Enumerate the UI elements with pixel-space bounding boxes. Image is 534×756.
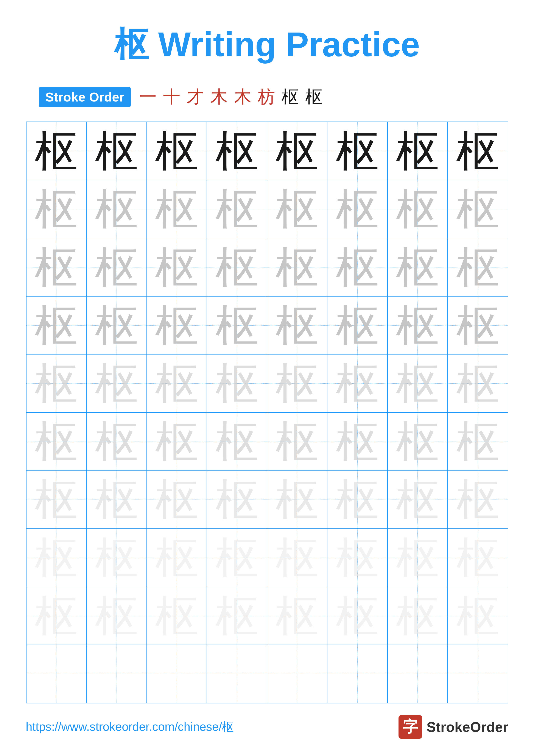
grid-cell[interactable]: 枢	[327, 413, 388, 471]
grid-cell[interactable]: 枢	[26, 587, 87, 645]
grid-cell[interactable]: 枢	[388, 180, 448, 238]
grid-cell[interactable]: 枢	[87, 296, 147, 355]
grid-cell[interactable]: 枢	[26, 238, 87, 296]
grid-cell[interactable]: 枢	[267, 354, 327, 413]
grid-cell[interactable]: 枢	[207, 122, 267, 180]
cell-char: 枢	[396, 478, 439, 521]
cell-char: 枢	[95, 536, 138, 579]
grid-cell[interactable]: 枢	[447, 587, 508, 645]
grid-cell[interactable]: 枢	[388, 413, 448, 471]
grid-cell[interactable]: 枢	[147, 238, 207, 296]
grid-cell[interactable]: 枢	[207, 528, 267, 587]
grid-cell[interactable]: 枢	[207, 471, 267, 529]
practice-grid[interactable]: 枢枢枢枢枢枢枢枢枢枢枢枢枢枢枢枢枢枢枢枢枢枢枢枢枢枢枢枢枢枢枢枢枢枢枢枢枢枢枢枢…	[26, 122, 508, 703]
grid-cell[interactable]: 枢	[447, 180, 508, 238]
grid-cell[interactable]: 枢	[26, 296, 87, 355]
cell-char: 枢	[275, 478, 318, 521]
cell-char: 枢	[95, 129, 138, 173]
grid-cell[interactable]: 枢	[388, 122, 448, 180]
grid-cell[interactable]: 枢	[267, 180, 327, 238]
grid-cell[interactable]	[327, 645, 388, 703]
grid-cell[interactable]: 枢	[147, 471, 207, 529]
grid-cell[interactable]: 枢	[388, 354, 448, 413]
stroke-2: 十	[163, 85, 180, 109]
grid-cell[interactable]	[267, 645, 327, 703]
grid-cell[interactable]: 枢	[327, 587, 388, 645]
grid-cell[interactable]: 枢	[26, 122, 87, 180]
grid-cell[interactable]: 枢	[26, 528, 87, 587]
grid-cell[interactable]: 枢	[327, 122, 388, 180]
grid-cell[interactable]: 枢	[267, 122, 327, 180]
grid-cell[interactable]: 枢	[447, 413, 508, 471]
cell-char: 枢	[216, 304, 259, 347]
cell-char: 枢	[396, 420, 439, 463]
grid-cell[interactable]: 枢	[447, 528, 508, 587]
grid-cell[interactable]: 枢	[388, 528, 448, 587]
footer: https://www.strokeorder.com/chinese/枢 字 …	[26, 706, 508, 739]
grid-cell[interactable]: 枢	[388, 296, 448, 355]
grid-cell[interactable]: 枢	[87, 180, 147, 238]
grid-cell[interactable]: 枢	[207, 354, 267, 413]
grid-cell[interactable]: 枢	[207, 413, 267, 471]
grid-cell[interactable]: 枢	[327, 180, 388, 238]
grid-cell[interactable]	[87, 645, 147, 703]
grid-cell[interactable]: 枢	[267, 413, 327, 471]
cell-char: 枢	[396, 129, 439, 173]
cell-char: 枢	[35, 246, 78, 289]
grid-cell[interactable]: 枢	[327, 354, 388, 413]
grid-cell[interactable]: 枢	[267, 238, 327, 296]
grid-cell[interactable]: 枢	[207, 296, 267, 355]
grid-cell[interactable]: 枢	[87, 122, 147, 180]
grid-cell[interactable]	[207, 645, 267, 703]
grid-cell[interactable]: 枢	[26, 471, 87, 529]
grid-cell[interactable]: 枢	[267, 296, 327, 355]
grid-cell[interactable]: 枢	[267, 528, 327, 587]
grid-cell[interactable]	[388, 645, 448, 703]
grid-cell[interactable]: 枢	[26, 180, 87, 238]
grid-cell[interactable]: 枢	[87, 471, 147, 529]
footer-url[interactable]: https://www.strokeorder.com/chinese/枢	[26, 719, 234, 735]
cell-char: 枢	[456, 536, 499, 579]
grid-cell[interactable]: 枢	[87, 528, 147, 587]
grid-cell[interactable]: 枢	[87, 354, 147, 413]
cell-char: 枢	[396, 594, 439, 637]
cell-char: 枢	[336, 420, 379, 463]
grid-cell[interactable]: 枢	[147, 122, 207, 180]
grid-cell[interactable]: 枢	[447, 122, 508, 180]
cell-char: 枢	[275, 594, 318, 637]
grid-cell[interactable]: 枢	[388, 587, 448, 645]
grid-cell[interactable]	[147, 645, 207, 703]
grid-cell[interactable]: 枢	[447, 238, 508, 296]
grid-cell[interactable]: 枢	[147, 528, 207, 587]
grid-cell[interactable]	[26, 645, 87, 703]
grid-cell[interactable]: 枢	[267, 587, 327, 645]
grid-cell[interactable]: 枢	[447, 471, 508, 529]
grid-cell[interactable]: 枢	[207, 587, 267, 645]
grid-cell[interactable]: 枢	[207, 180, 267, 238]
grid-cell[interactable]: 枢	[388, 471, 448, 529]
grid-cell[interactable]: 枢	[327, 528, 388, 587]
cell-char: 枢	[275, 187, 318, 230]
grid-cell[interactable]: 枢	[327, 238, 388, 296]
grid-cell[interactable]: 枢	[26, 354, 87, 413]
grid-cell[interactable]: 枢	[87, 587, 147, 645]
grid-cell[interactable]: 枢	[327, 296, 388, 355]
grid-cell[interactable]: 枢	[447, 296, 508, 355]
grid-cell[interactable]	[447, 645, 508, 703]
grid-cell[interactable]: 枢	[388, 238, 448, 296]
cell-char: 枢	[275, 420, 318, 463]
grid-cell[interactable]: 枢	[87, 413, 147, 471]
grid-cell[interactable]: 枢	[267, 471, 327, 529]
grid-cell[interactable]: 枢	[147, 354, 207, 413]
grid-cell[interactable]: 枢	[147, 587, 207, 645]
grid-cell[interactable]: 枢	[147, 413, 207, 471]
grid-cell[interactable]: 枢	[207, 238, 267, 296]
grid-cell[interactable]: 枢	[147, 180, 207, 238]
grid-cell[interactable]: 枢	[147, 296, 207, 355]
grid-cell[interactable]: 枢	[327, 471, 388, 529]
cell-char: 枢	[216, 129, 259, 173]
grid-cell[interactable]: 枢	[447, 354, 508, 413]
grid-cell[interactable]: 枢	[87, 238, 147, 296]
grid-cell[interactable]: 枢	[26, 413, 87, 471]
title-label: Writing Practice	[158, 25, 420, 64]
